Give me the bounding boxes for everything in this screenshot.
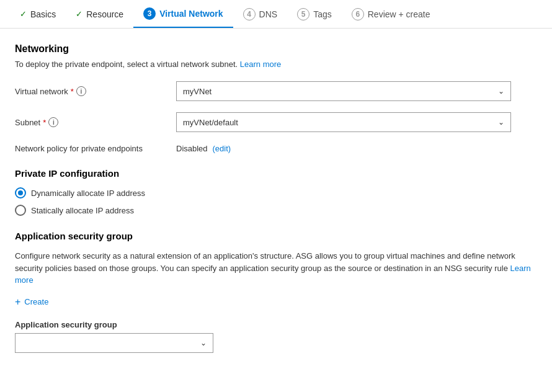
tab-basics[interactable]: ✓ Basics xyxy=(10,0,66,28)
virtual-network-label: Virtual network * i xyxy=(15,86,176,96)
network-policy-edit-link[interactable]: (edit) xyxy=(212,144,231,153)
subnet-value: myVNet/default xyxy=(183,118,238,127)
virtual-network-required: * xyxy=(71,87,74,96)
step-circle-3: 3 xyxy=(143,7,156,20)
subnet-label: Subnet * i xyxy=(15,117,176,127)
virtual-network-row: Virtual network * i myVNet ⌄ xyxy=(15,81,537,101)
asg-title: Application security group xyxy=(15,231,537,241)
subnet-required: * xyxy=(43,118,46,127)
virtual-network-control: myVNet ⌄ xyxy=(176,81,511,101)
subnet-row: Subnet * i myVNet/default ⌄ xyxy=(15,112,537,132)
network-policy-value: Disabled xyxy=(176,144,208,153)
virtual-network-info-icon[interactable]: i xyxy=(76,86,86,96)
network-policy-label: Network policy for private endpoints xyxy=(15,144,176,153)
private-ip-radio-group: Dynamically allocate IP address Statical… xyxy=(15,187,537,216)
tab-dns[interactable]: 4 DNS xyxy=(233,0,288,28)
step-circle-6: 6 xyxy=(352,8,364,20)
tab-dns-label: DNS xyxy=(259,9,278,19)
asg-dropdown[interactable]: ⌄ xyxy=(15,333,213,353)
private-ip-title: Private IP configuration xyxy=(15,168,537,179)
step-circle-5: 5 xyxy=(297,8,309,20)
radio-dynamic-label: Dynamically allocate IP address xyxy=(31,189,145,198)
asg-create-link[interactable]: + Create xyxy=(15,296,537,308)
virtual-network-chevron-icon: ⌄ xyxy=(498,87,504,96)
radio-dynamic[interactable]: Dynamically allocate IP address xyxy=(15,187,537,198)
asg-field-label: Application security group xyxy=(15,320,537,329)
tab-tags[interactable]: 5 Tags xyxy=(287,0,342,28)
tab-virtual-network-label: Virtual Network xyxy=(159,9,223,19)
tab-virtual-network[interactable]: 3 Virtual Network xyxy=(133,0,233,28)
subnet-control: myVNet/default ⌄ xyxy=(176,112,511,132)
subnet-info-icon[interactable]: i xyxy=(48,117,58,127)
tab-review-create-label: Review + create xyxy=(368,9,430,19)
check-icon-resource: ✓ xyxy=(76,9,82,19)
radio-dynamic-outer xyxy=(15,187,26,198)
plus-icon: + xyxy=(15,296,20,308)
asg-description: Configure network security as a natural … xyxy=(15,250,537,287)
wizard-tabs: ✓ Basics ✓ Resource 3 Virtual Network 4 … xyxy=(0,0,552,29)
network-policy-value-container: Disabled (edit) xyxy=(176,143,231,153)
radio-static-label: Statically allocate IP address xyxy=(31,206,134,215)
virtual-network-dropdown[interactable]: myVNet ⌄ xyxy=(176,81,511,101)
tab-review-create[interactable]: 6 Review + create xyxy=(342,0,440,28)
radio-dynamic-inner xyxy=(18,190,23,195)
networking-subtitle: To deploy the private endpoint, select a… xyxy=(15,60,537,69)
tab-resource[interactable]: ✓ Resource xyxy=(66,0,133,28)
networking-title: Networking xyxy=(15,43,537,55)
step-circle-4: 4 xyxy=(243,8,256,20)
subnet-dropdown[interactable]: myVNet/default ⌄ xyxy=(176,112,511,132)
learn-more-link[interactable]: Learn more xyxy=(240,60,281,69)
subnet-chevron-icon: ⌄ xyxy=(498,118,504,127)
create-label: Create xyxy=(24,297,48,306)
tab-resource-label: Resource xyxy=(86,9,123,19)
tab-basics-label: Basics xyxy=(30,9,56,19)
radio-static[interactable]: Statically allocate IP address xyxy=(15,205,537,216)
check-icon-basics: ✓ xyxy=(20,9,27,19)
asg-chevron-icon: ⌄ xyxy=(200,339,207,347)
network-policy-row: Network policy for private endpoints Dis… xyxy=(15,143,537,153)
tab-tags-label: Tags xyxy=(313,9,332,19)
radio-static-outer xyxy=(15,205,26,216)
virtual-network-value: myVNet xyxy=(183,87,211,96)
asg-dropdown-container: ⌄ xyxy=(15,333,213,353)
main-content: Networking To deploy the private endpoin… xyxy=(0,29,552,368)
